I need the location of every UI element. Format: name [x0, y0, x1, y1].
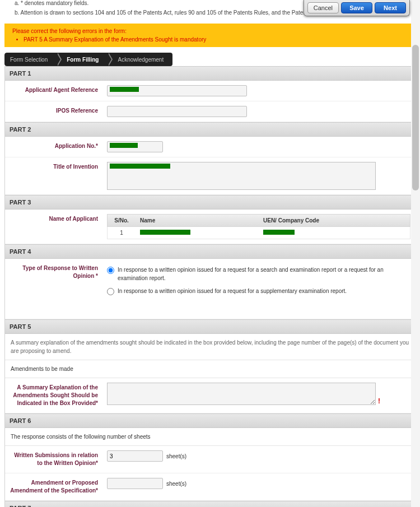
crumb-form-selection[interactable]: Form Selection [4, 53, 57, 66]
ipos-ref-label: IPOS Reference [5, 101, 102, 122]
action-bar: Cancel Save Next [304, 0, 410, 16]
cancel-button[interactable]: Cancel [307, 2, 339, 13]
app-no-input[interactable] [107, 141, 163, 152]
ipos-ref-input[interactable] [107, 106, 247, 117]
summary-label: A Summary Explanation of the Amendments … [5, 378, 102, 413]
part6-hint: The response consists of the following n… [5, 428, 415, 446]
app-no-label: Application No.* [5, 137, 102, 157]
response-opt2[interactable]: In response to a written opinion issued … [107, 285, 410, 297]
error-box: Please correct the following errors in t… [4, 24, 416, 47]
part5-sub: Amendments to be made [5, 360, 415, 378]
td-sno: 1 [108, 227, 136, 239]
written-sub-unit: sheet(s) [166, 453, 186, 459]
summary-input[interactable] [107, 383, 376, 405]
crumb-form-filling[interactable]: Form Filling [57, 53, 108, 66]
part4-head: PART 4 [5, 244, 415, 259]
next-button[interactable]: Next [375, 2, 406, 13]
crumb-acknowledgement[interactable]: Acknowledgement [108, 53, 172, 66]
th-uen: UEN/ Company Code [259, 215, 410, 226]
amend-spec-label: Amendment or Proposed Amendment of the S… [5, 473, 102, 500]
title-invention-label: Title of Invention [5, 157, 102, 194]
th-name: Name [136, 215, 259, 226]
td-name [136, 227, 259, 239]
written-sub-input[interactable] [107, 450, 163, 462]
response-opt1[interactable]: In response to a written opinion issued … [107, 263, 410, 285]
amend-spec-unit: sheet(s) [166, 481, 186, 487]
response-type-label: Type of Response to Written Opinion * [5, 259, 102, 319]
th-sno: S/No. [108, 215, 136, 226]
response-opt1-radio[interactable] [107, 267, 114, 274]
part5-hint: A summary explanation of the amendments … [5, 334, 415, 360]
part2-head: PART 2 [5, 122, 415, 137]
action-bar-inner: Cancel Save Next [304, 0, 410, 16]
scrollbar[interactable] [411, 0, 420, 507]
part6-head: PART 6 [5, 413, 415, 428]
applicant-ref-input[interactable] [107, 85, 247, 96]
part3-head: PART 3 [5, 195, 415, 210]
title-invention-input[interactable] [107, 162, 376, 190]
form-shell: PART 1 Applicant/ Agent Reference IPOS R… [4, 66, 416, 507]
written-sub-label: Written Submissions in relation to the W… [5, 446, 102, 473]
td-uen [259, 227, 410, 239]
breadcrumb: Form Selection Form Filling Acknowledgem… [4, 53, 416, 66]
scroll-thumb[interactable] [412, 45, 419, 190]
part7-head: PART 7 [5, 501, 415, 507]
applicant-table-head: S/No. Name UEN/ Company Code [107, 214, 410, 227]
table-row: 1 [107, 227, 410, 239]
amend-spec-input[interactable] [107, 478, 163, 489]
summary-error-icon: ! [378, 397, 380, 405]
part1-head: PART 1 [5, 66, 415, 81]
response-opt2-text: In response to a written opinion issued … [118, 287, 347, 295]
response-opt1-text: In response to a written opinion issued … [118, 266, 410, 282]
part5-head: PART 5 [5, 319, 415, 334]
name-applicant-label: Name of Applicant [5, 210, 102, 244]
error-item: PART 5 A Summary Explanation of the Amen… [24, 36, 411, 43]
error-title: Please correct the following errors in t… [12, 28, 411, 34]
save-button[interactable]: Save [341, 2, 372, 13]
applicant-ref-label: Applicant/ Agent Reference [5, 81, 102, 101]
response-opt2-radio[interactable] [107, 288, 114, 295]
